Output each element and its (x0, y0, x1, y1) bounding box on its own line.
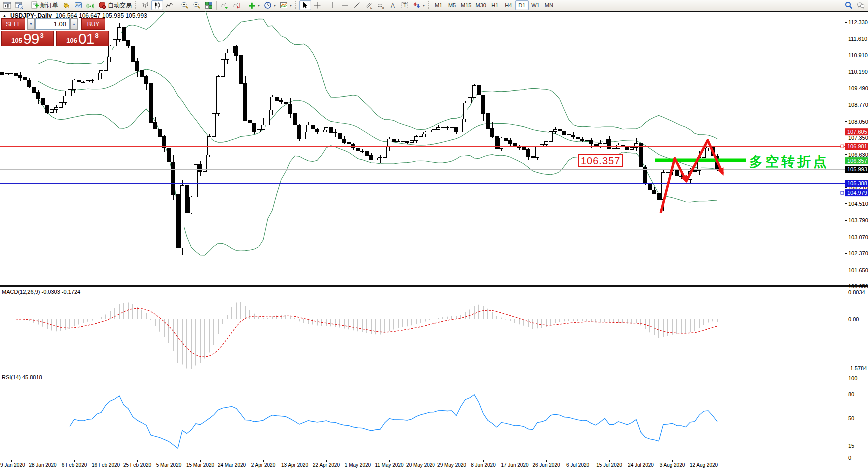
toolbar-drag-handle[interactable] (135, 1, 138, 9)
date-axis-label: 19 Jan 2020 (0, 462, 25, 468)
search-button[interactable] (843, 0, 855, 10)
price-axis-tick: 110.190 (848, 69, 868, 75)
vertical-line-button[interactable] (327, 0, 339, 10)
chart-shift-button[interactable] (230, 0, 242, 10)
price-axis-tick: 100.950 (848, 283, 868, 289)
rsi-axis-tick: 80 (848, 391, 854, 397)
date-axis-label: 24 Mar 2020 (218, 462, 246, 468)
date-axis-label: 16 Feb 2020 (92, 462, 120, 468)
volume-increase-button[interactable]: ▲ (70, 18, 78, 30)
trendline-icon (353, 1, 361, 9)
date-axis-label: 6 Jul 2020 (566, 462, 590, 468)
candle (77, 80, 81, 82)
chat-button[interactable] (855, 0, 867, 10)
line-handle[interactable] (841, 191, 844, 194)
candle (540, 144, 544, 146)
candle (104, 57, 108, 71)
candle (352, 144, 355, 148)
buy-price-button[interactable]: 106 01 8 (56, 31, 109, 46)
turning-point-annotation[interactable]: 多空转折点 (749, 153, 829, 171)
zoom-out-button[interactable] (191, 0, 203, 10)
candle (482, 95, 485, 113)
candle (127, 40, 130, 46)
timeframe-w1[interactable]: W1 (529, 0, 542, 10)
cursor-button[interactable] (299, 0, 311, 10)
new-chart-icon (3, 1, 11, 9)
candlestick-chart-button[interactable] (151, 0, 163, 10)
text-button[interactable]: A (387, 0, 399, 10)
auto-scroll-button[interactable] (218, 0, 230, 10)
zoom-in-button[interactable] (179, 0, 191, 10)
templates-button[interactable]: ▾ (278, 0, 294, 10)
line-chart-button[interactable] (163, 0, 175, 10)
timeframe-h4[interactable]: H4 (502, 0, 515, 10)
price-axis-tick: 102.370 (848, 250, 868, 256)
date-axis-label: 24 Jul 2020 (628, 462, 654, 468)
timeframe-m1[interactable]: M1 (432, 0, 445, 10)
candle (388, 139, 391, 147)
candle (41, 98, 45, 105)
timeframe-m5[interactable]: M5 (445, 0, 459, 10)
new-order-button[interactable]: 新订单 (29, 0, 60, 10)
toolbar-separator (244, 1, 244, 10)
candle (567, 134, 571, 135)
bar-chart-button[interactable] (139, 0, 151, 10)
candle (149, 83, 153, 123)
chat-icon (857, 1, 865, 9)
profile-picture-icon (74, 1, 82, 9)
equidistant-channel-button[interactable]: E (363, 0, 375, 10)
candle (361, 151, 364, 152)
new-chart-button[interactable] (1, 0, 13, 10)
profiles-window-button[interactable] (13, 0, 25, 10)
line-handle[interactable] (841, 145, 844, 148)
collapse-panel-icon[interactable]: ▲ (2, 13, 7, 18)
fibonacci-button[interactable]: F (375, 0, 387, 10)
svg-text:T: T (403, 2, 407, 8)
timeframe-m30[interactable]: M30 (473, 0, 488, 10)
crosshair-button[interactable] (311, 0, 323, 10)
sell-button[interactable]: SELL (1, 18, 25, 30)
toolbar-drag-handle[interactable] (295, 1, 298, 9)
window-magnifier-icon (15, 1, 23, 9)
periods-button[interactable]: ▾ (262, 0, 278, 10)
sell-price-button[interactable]: 105 99 3 (1, 31, 54, 46)
channel-icon: E (365, 1, 373, 9)
candle (343, 139, 346, 142)
arrows-button[interactable]: ▾ (411, 0, 427, 10)
candle (554, 130, 557, 132)
candle (91, 80, 94, 80)
indicators-button[interactable]: ▾ (246, 0, 262, 10)
rsi-axis-tick: 100 (848, 375, 857, 381)
new-order-icon (31, 1, 39, 9)
volume-input[interactable]: 1.00 (35, 18, 70, 30)
profile-button[interactable] (72, 0, 84, 10)
timeframe-mn[interactable]: MN (542, 0, 556, 10)
timeframe-d1[interactable]: D1 (515, 0, 529, 10)
candle (419, 134, 423, 137)
toolbar-separator (177, 1, 177, 10)
horizontal-line-button[interactable] (339, 0, 351, 10)
timeframe-m15[interactable]: M15 (459, 0, 473, 10)
sell-price-handle: 105 (11, 37, 22, 45)
autotrading-button[interactable]: 自动交易 (96, 0, 134, 10)
candle (253, 123, 256, 132)
candle (262, 125, 265, 130)
signals-button[interactable] (84, 0, 96, 10)
price-callout-label[interactable]: 106.357 (578, 154, 623, 167)
tile-windows-button[interactable] (203, 0, 215, 10)
price-axis-badge-text: 105.993 (847, 166, 867, 172)
date-axis-label: 13 Apr 2020 (281, 462, 308, 468)
candle (509, 141, 512, 144)
candle (522, 147, 526, 149)
toolbar-drag-handle[interactable] (428, 1, 431, 9)
green-level-bar[interactable] (655, 159, 746, 162)
trendline-button[interactable] (351, 0, 363, 10)
candle (271, 97, 274, 110)
styler-button[interactable] (60, 0, 72, 10)
date-axis-label: 29 May 2020 (437, 462, 466, 468)
buy-button[interactable]: BUY (81, 18, 105, 30)
timeframe-h1[interactable]: H1 (488, 0, 502, 10)
candle (504, 138, 508, 140)
text-label-button[interactable]: T (399, 0, 411, 10)
volume-decrease-button[interactable]: ▼ (27, 18, 35, 30)
